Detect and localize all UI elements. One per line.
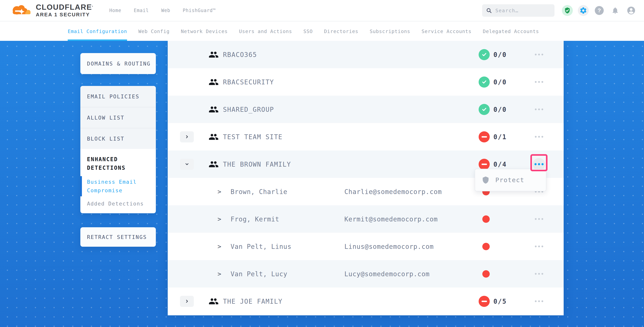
sidebar-item-block-list[interactable]: BLOCK LIST [80, 128, 156, 149]
tab-label: Email Configuration [68, 28, 127, 34]
group-name: SHARED_GROUP [223, 106, 274, 113]
sidebar-label: ALLOW LIST [87, 115, 124, 121]
groups-table: RBACO365 0/0 RBACSECURITY 0/0 SHARED_GRO… [168, 41, 564, 315]
sidebar-label: DOMAINS & ROUTING [87, 61, 150, 67]
help-icon[interactable]: ? [594, 5, 605, 16]
member-email: Charlie@somedemocorp.com [344, 188, 442, 195]
member-caret-icon: > [218, 188, 221, 195]
active-item-bar [80, 176, 82, 196]
tab-users-and-actions[interactable]: Users and Actions [239, 22, 292, 41]
collapse-chevron-down-button[interactable] [180, 159, 194, 170]
section-tabs: Email Configuration Web Config Network D… [0, 22, 644, 41]
top-nav-home[interactable]: Home [109, 8, 122, 13]
cloudflare-logo[interactable]: CLOUDFLARE’ AREA 1 SECURITY [9, 3, 94, 18]
row-menu-button[interactable] [528, 48, 550, 61]
page-background: DOMAINS & ROUTING EMAIL POLICIES ALLOW L… [0, 41, 644, 327]
sidebar-item-allow-list[interactable]: ALLOW LIST [80, 107, 156, 128]
context-menu-item-protect[interactable]: Protect [475, 169, 546, 191]
table-row-member[interactable]: > Frog, Kermit Kermit@somedemocorp.com [168, 205, 564, 233]
notifications-bell-icon[interactable] [610, 5, 621, 16]
status-dot-blocked [482, 215, 490, 223]
search-input[interactable] [495, 8, 550, 13]
context-menu-label: Protect [495, 176, 524, 184]
shield-icon [482, 176, 490, 184]
table-row-group[interactable]: SHARED_GROUP 0/0 [168, 96, 564, 123]
group-people-icon [208, 159, 219, 169]
member-caret-icon: > [218, 215, 221, 223]
tab-label: Subscriptions [370, 28, 410, 34]
table-row-group[interactable]: THE JOE FAMILY 0/5 [168, 288, 564, 315]
table-row-group[interactable]: RBACO365 0/0 [168, 41, 564, 68]
tab-web-config[interactable]: Web Config [138, 22, 170, 41]
status-badge-ok [478, 104, 490, 115]
group-people-icon [208, 104, 219, 114]
brand-text: CLOUDFLARE’ AREA 1 SECURITY [36, 3, 94, 18]
table-row-member[interactable]: > Van Pelt, Lucy Lucy@somedemocorp.com [168, 260, 564, 288]
settings-gear-icon[interactable] [578, 5, 589, 16]
tab-label: Web Config [138, 28, 170, 34]
tab-label: Users and Actions [239, 28, 292, 34]
group-name: THE JOE FAMILY [223, 298, 282, 305]
tab-network-devices[interactable]: Network Devices [181, 22, 228, 41]
table-row-group[interactable]: RBACSECURITY 0/0 [168, 68, 564, 96]
group-name: RBACSECURITY [223, 78, 274, 86]
row-menu-button[interactable] [528, 267, 550, 281]
status-badge-blocked [478, 131, 490, 142]
row-menu-button[interactable] [528, 75, 550, 89]
top-nav-email[interactable]: Email [134, 8, 149, 13]
sidebar-item-enhanced-detections[interactable]: ENHANCED DETECTIONS [80, 149, 156, 172]
group-people-icon [208, 77, 219, 87]
top-nav-web[interactable]: Web [161, 8, 170, 13]
row-menu-button[interactable] [528, 130, 550, 144]
help-glyph: ? [595, 6, 604, 15]
tab-service-accounts[interactable]: Service Accounts [422, 22, 472, 41]
row-menu-button-active[interactable] [533, 158, 545, 171]
brand-trademark: ’ [92, 5, 94, 9]
tab-label: Network Devices [181, 28, 228, 34]
top-nav-phishguard[interactable]: PhishGuard™ [183, 8, 216, 13]
sidebar-label: Added Detections [87, 201, 144, 207]
group-people-icon [208, 49, 219, 60]
cloudflare-cloud-icon [9, 3, 33, 17]
account-icon[interactable] [626, 5, 636, 16]
table-row-group[interactable]: TEST TEAM SITE 0/1 [168, 123, 564, 150]
expand-chevron-right-button[interactable] [180, 296, 194, 307]
row-menu-button[interactable] [528, 240, 550, 253]
sidebar-policies-card: EMAIL POLICIES ALLOW LIST BLOCK LIST ENH… [80, 86, 156, 213]
protection-count: 0/0 [494, 106, 507, 113]
minus-icon [482, 163, 487, 165]
row-menu-button[interactable] [528, 212, 550, 226]
sidebar-item-added-detections[interactable]: Added Detections [80, 199, 156, 208]
status-badge-blocked [478, 159, 490, 170]
sidebar-item-retract-settings[interactable]: RETRACT SETTINGS [80, 227, 156, 247]
tab-subscriptions[interactable]: Subscriptions [370, 22, 410, 41]
sidebar-item-business-email-compromise[interactable]: Business Email Compromise [80, 178, 156, 195]
row-menu-button[interactable] [528, 295, 550, 308]
group-name: RBACO365 [223, 51, 257, 58]
member-name: Van Pelt, Lucy [230, 270, 287, 278]
row-menu-button[interactable] [528, 103, 550, 116]
member-name: Frog, Kermit [230, 215, 279, 223]
minus-icon [482, 136, 487, 137]
table-row-member[interactable]: > Van Pelt, Linus Linus@somedemocorp.com [168, 233, 564, 260]
tab-delegated-accounts[interactable]: Delegated Accounts [483, 22, 539, 41]
search-box[interactable] [482, 4, 554, 17]
group-people-icon [208, 132, 219, 142]
status-badge-ok [478, 49, 490, 60]
protection-count: 0/0 [494, 78, 507, 86]
member-caret-icon: > [218, 243, 221, 250]
status-dot-blocked [482, 243, 490, 250]
sidebar-item-domains-routing[interactable]: DOMAINS & ROUTING [80, 53, 156, 74]
tab-directories[interactable]: Directories [324, 22, 358, 41]
expand-chevron-right-button[interactable] [180, 131, 194, 142]
group-name: TEST TEAM SITE [223, 133, 282, 141]
sidebar-item-email-policies[interactable]: EMAIL POLICIES [80, 86, 156, 107]
protection-count: 0/1 [494, 133, 507, 141]
tab-email-configuration[interactable]: Email Configuration [68, 22, 127, 41]
member-email: Kermit@somedemocorp.com [344, 215, 438, 223]
member-email: Linus@somedemocorp.com [344, 243, 434, 250]
tab-sso[interactable]: SSO [303, 22, 313, 41]
protection-shield-icon[interactable] [562, 5, 573, 16]
sidebar-label: RETRACT SETTINGS [87, 234, 147, 240]
group-name: THE BROWN FAMILY [223, 160, 291, 168]
